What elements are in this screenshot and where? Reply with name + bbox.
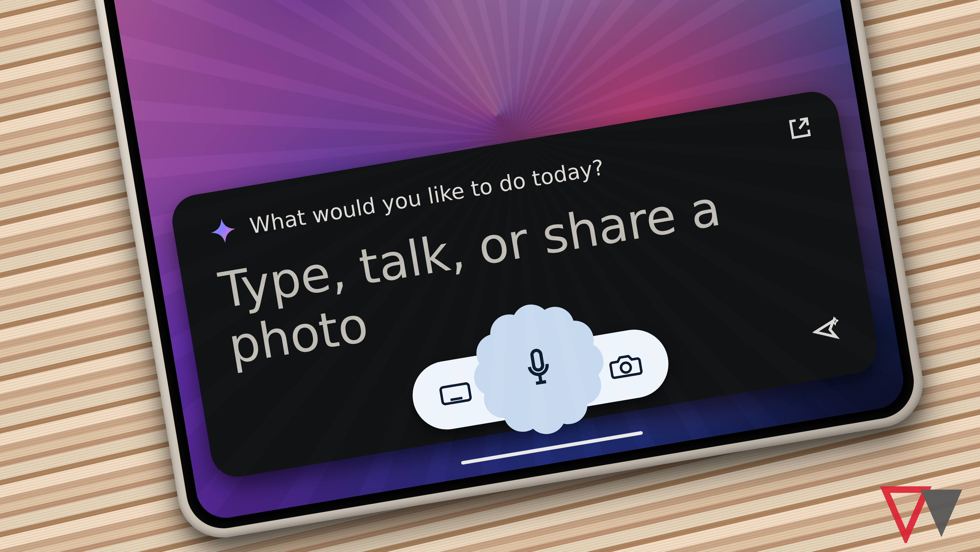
svg-line-13 [539, 374, 541, 382]
camera-button[interactable] [607, 346, 644, 384]
gemini-spark-icon [208, 215, 239, 246]
assistant-prompt-text: What would you like to do today? [248, 155, 606, 239]
microphone-button[interactable] [476, 306, 602, 432]
svg-rect-12 [531, 349, 544, 370]
send-sparkle-icon [810, 314, 842, 346]
svg-marker-16 [921, 490, 962, 537]
assistant-card: What would you like to do today? Type, t… [169, 88, 881, 481]
svg-point-11 [620, 362, 632, 373]
open-in-new-button[interactable] [784, 113, 816, 144]
phone-screen: What would you like to do today? Type, t… [72, 0, 908, 522]
keyboard-button[interactable] [437, 375, 474, 413]
svg-marker-15 [885, 490, 926, 537]
open-in-new-icon [786, 114, 814, 142]
keyboard-icon [437, 378, 474, 410]
svg-rect-0 [440, 383, 471, 405]
input-mode-bar [407, 325, 673, 435]
send-button[interactable] [809, 313, 843, 347]
camera-icon [607, 349, 644, 382]
watermark-logo [879, 483, 968, 543]
svg-line-14 [536, 382, 546, 383]
microphone-icon [519, 345, 558, 394]
svg-line-10 [450, 398, 462, 400]
home-indicator[interactable] [461, 431, 643, 465]
assistant-input[interactable]: Type, talk, or share a photo [215, 164, 829, 375]
